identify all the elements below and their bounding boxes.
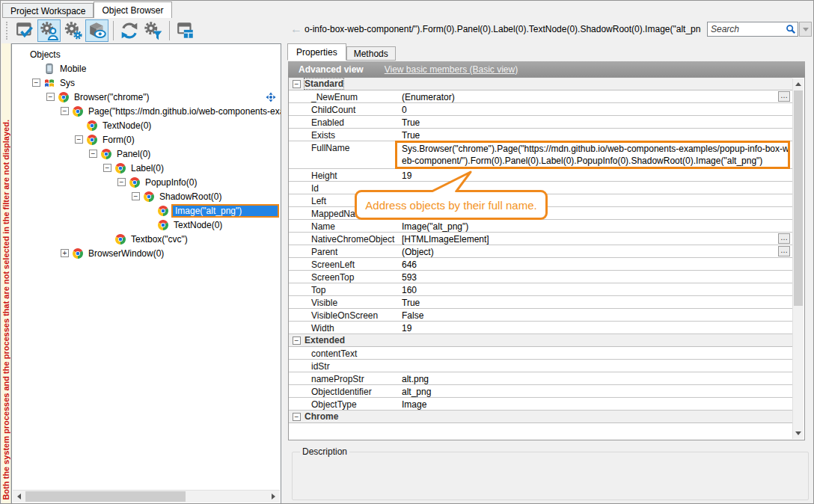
collapse-minus-icon[interactable]: − xyxy=(117,178,126,186)
collapse-minus-icon[interactable]: − xyxy=(46,93,55,101)
collapse-minus-icon[interactable]: − xyxy=(293,336,301,345)
property-row[interactable]: NameImage("alt_png") xyxy=(289,220,792,233)
collapse-minus-icon[interactable]: − xyxy=(32,79,40,87)
fullname-callout: Address objects by their full name. xyxy=(355,190,548,220)
tree-item[interactable]: +BrowserWindow(0) xyxy=(12,246,281,260)
tree-item[interactable]: −Form(0) xyxy=(12,132,281,147)
scroll-down-icon[interactable] xyxy=(793,428,804,439)
property-row[interactable]: ObjectIdentifieralt_png xyxy=(289,385,792,398)
window-check-button[interactable] xyxy=(13,19,37,42)
gear-user-button[interactable] xyxy=(37,19,61,42)
window-panel-button[interactable] xyxy=(174,19,197,42)
toolbar-grip[interactable] xyxy=(6,22,9,40)
property-row[interactable]: ObjectTypeImage xyxy=(289,398,792,411)
property-value: (Object) xyxy=(400,245,778,257)
tree-item[interactable]: −Sys xyxy=(12,76,281,90)
refresh-button[interactable] xyxy=(117,19,141,42)
basic-view-link[interactable]: View basic members (Basic view) xyxy=(385,64,518,75)
gear-filter-button[interactable] xyxy=(141,19,165,42)
tree-item-label: BrowserWindow(0) xyxy=(86,248,166,259)
tab-methods[interactable]: Methods xyxy=(346,46,396,61)
grid-vertical-scrollbar[interactable] xyxy=(792,79,804,439)
expand-plus-icon[interactable]: + xyxy=(61,249,69,257)
tab-properties[interactable]: Properties xyxy=(287,43,346,61)
cube-eye-icon xyxy=(88,21,107,40)
property-row[interactable]: contentText xyxy=(289,347,792,360)
property-value: Sys.Browser("chrome").Page("https://mdn.… xyxy=(400,141,792,168)
property-grid: −Standard_NewEnum(Enumerator)ChildCount0… xyxy=(289,78,792,423)
scroll-left-icon[interactable] xyxy=(13,491,25,503)
ellipsis-button[interactable] xyxy=(778,246,790,256)
scroll-right-icon[interactable] xyxy=(267,491,280,503)
tree-item-label: Image("alt_png") xyxy=(171,204,279,218)
property-row[interactable]: FullNameSys.Browser("chrome").Page("http… xyxy=(289,141,792,169)
tree-item[interactable]: −PopupInfo(0) xyxy=(12,175,281,189)
search-dropdown-button[interactable] xyxy=(799,22,812,37)
tree-item[interactable]: −Label(0) xyxy=(12,161,281,175)
scrollbar-thumb[interactable] xyxy=(25,491,186,502)
tab-project-workspace[interactable]: Project Workspace xyxy=(2,3,94,18)
property-row[interactable]: Height19 xyxy=(289,169,792,182)
property-row[interactable]: ChildCount0 xyxy=(289,103,792,116)
property-row[interactable]: VisibleOnScreenFalse xyxy=(289,309,792,322)
gears-icon xyxy=(64,21,83,40)
collapse-minus-icon[interactable]: − xyxy=(293,80,301,88)
property-row[interactable]: idStr xyxy=(289,360,792,372)
property-row[interactable]: NativeChromeObject[HTMLImageElement] xyxy=(289,233,792,245)
description-box: Description xyxy=(292,446,809,500)
property-value: (Enumerator) xyxy=(400,90,778,102)
property-row[interactable]: ScreenLeft646 xyxy=(289,258,792,271)
tree-item-label: Sys xyxy=(58,77,77,89)
tree-item[interactable]: −ShadowRoot(0) xyxy=(12,189,281,203)
tree-horizontal-scrollbar[interactable] xyxy=(13,490,280,503)
tree-item[interactable]: −Page("https://mdn.github.io/web-compone… xyxy=(12,104,281,118)
back-icon[interactable]: ← xyxy=(288,22,305,36)
property-section-chrome[interactable]: −Chrome xyxy=(289,411,792,423)
tree-item[interactable]: Image("alt_png") xyxy=(12,203,281,218)
property-row[interactable]: namePropStralt.png xyxy=(289,372,792,385)
property-value: True xyxy=(400,129,792,141)
property-row[interactable]: Parent(Object) xyxy=(289,245,792,258)
scrollbar-thumb[interactable] xyxy=(794,90,803,306)
tree-item[interactable]: Objects xyxy=(12,47,281,61)
tree-item-label: ShadowRoot(0) xyxy=(157,191,224,203)
chevron-down-icon xyxy=(803,28,809,31)
property-name: Width xyxy=(289,322,400,334)
search-input[interactable] xyxy=(707,22,798,37)
property-row[interactable]: Top160 xyxy=(289,283,792,296)
tree-item-label: Panel(0) xyxy=(114,148,153,160)
collapse-minus-icon[interactable]: − xyxy=(75,135,83,144)
property-row[interactable]: EnabledTrue xyxy=(289,116,792,129)
tree-item-label: Page("https://mdn.github.io/web-componen… xyxy=(86,105,281,117)
collapse-minus-icon[interactable]: − xyxy=(61,107,69,115)
property-section-extended[interactable]: −Extended xyxy=(289,334,792,347)
collapse-minus-icon[interactable]: − xyxy=(293,413,301,421)
mobile-icon xyxy=(43,63,55,75)
gears-button[interactable] xyxy=(61,19,85,42)
tree-item[interactable]: −Panel(0) xyxy=(12,147,281,161)
tree-item[interactable]: TextNode(0) xyxy=(12,118,281,132)
collapse-minus-icon[interactable]: − xyxy=(103,164,111,172)
property-row[interactable]: ExistsTrue xyxy=(289,129,792,141)
tree-item[interactable]: Textbox("cvc") xyxy=(12,232,281,246)
chrome-icon xyxy=(114,162,126,174)
property-row[interactable]: Width19 xyxy=(289,322,792,334)
cube-eye-button[interactable] xyxy=(85,19,108,42)
objects-tree-panel: ObjectsMobile−Sys−Browser("chrome")−Page… xyxy=(11,43,281,504)
property-section-standard[interactable]: −Standard xyxy=(289,78,792,90)
tree-item[interactable]: TextNode(0) xyxy=(12,218,281,232)
chrome-icon xyxy=(114,233,126,245)
property-row[interactable]: _NewEnum(Enumerator) xyxy=(289,90,792,103)
ellipsis-button[interactable] xyxy=(778,233,790,244)
search-box xyxy=(707,22,798,37)
navigate-icon[interactable] xyxy=(266,92,276,102)
property-row[interactable]: ScreenTop593 xyxy=(289,271,792,283)
tree-item[interactable]: −Browser("chrome") xyxy=(12,90,281,104)
property-row[interactable]: VisibleTrue xyxy=(289,296,792,309)
collapse-minus-icon[interactable]: − xyxy=(89,150,97,158)
scroll-up-icon[interactable] xyxy=(793,79,804,90)
tab-object-browser[interactable]: Object Browser xyxy=(94,1,171,18)
tree-item[interactable]: Mobile xyxy=(12,61,281,76)
ellipsis-button[interactable] xyxy=(778,91,790,102)
collapse-minus-icon[interactable]: − xyxy=(132,192,140,200)
